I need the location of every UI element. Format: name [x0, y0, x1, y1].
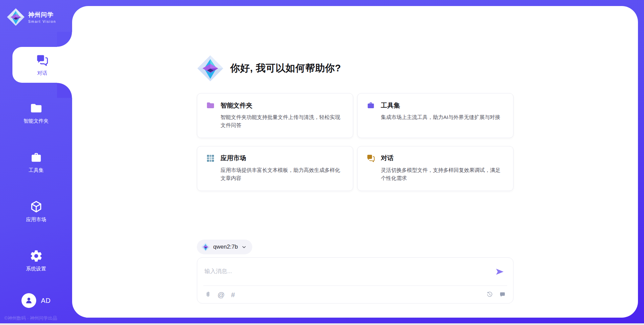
- input-row: [197, 258, 513, 285]
- sidebar-item-settings[interactable]: 系统设置: [0, 244, 72, 277]
- sidebar-footer: ©神州数码 · 神州问学出品: [4, 315, 57, 321]
- card-toolset[interactable]: 工具集 集成市场上主流工具，助力AI与外界无缝扩展与对接: [357, 93, 514, 138]
- toolbox-icon: [366, 101, 375, 110]
- card-header: 智能文件夹: [206, 101, 344, 110]
- brand: 神州问学 Smart Vision: [0, 0, 72, 26]
- card-description: 智能文件夹功能支持批量文件上传与清洗，轻松实现文件问答: [206, 113, 344, 130]
- card-app-market[interactable]: 应用市场 应用市场提供丰富长文本模板，助力高效生成多样化文章内容: [197, 146, 353, 191]
- main-panel: 你好, 我可以如何帮助你? 智能文件夹 智能文件夹功能支持批量文件上传与清洗，轻…: [72, 6, 638, 318]
- sidebar-item-label: 工具集: [29, 167, 44, 174]
- folder-icon: [30, 102, 43, 115]
- chevron-down-icon: [241, 244, 247, 250]
- brand-text: 神州问学 Smart Vision: [28, 11, 56, 23]
- card-smart-folder[interactable]: 智能文件夹 智能文件夹功能支持批量文件上传与清洗，轻松实现文件问答: [197, 93, 353, 138]
- card-description: 应用市场提供丰富长文本模板，助力高效生成多样化文章内容: [206, 166, 344, 183]
- history-icon: [486, 291, 493, 298]
- card-title: 对话: [381, 154, 394, 162]
- sidebar-item-label: 应用市场: [26, 216, 46, 223]
- toolbox-icon: [30, 151, 43, 164]
- brand-subtitle: Smart Vision: [28, 19, 56, 23]
- user-name: AD: [41, 297, 51, 305]
- brand-logo-icon: [7, 8, 25, 26]
- card-description: 灵活切换多模型文件，支持多样回复效果调试，满足个性化需求: [366, 166, 504, 183]
- chat-bubble-icon: [499, 291, 506, 298]
- brand-name: 神州问学: [28, 11, 56, 19]
- composer: qwen2:7b @ #: [197, 240, 514, 304]
- mention-button[interactable]: @: [218, 291, 225, 298]
- avatar: [21, 293, 36, 308]
- message-input-box: @ #: [197, 257, 514, 304]
- hero: 你好, 我可以如何帮助你?: [197, 55, 514, 82]
- greeting-title: 你好, 我可以如何帮助你?: [230, 62, 341, 75]
- card-header: 对话: [366, 154, 504, 163]
- user-profile[interactable]: AD: [0, 293, 72, 308]
- gear-icon: [30, 249, 43, 263]
- card-header: 工具集: [366, 101, 504, 110]
- history-button[interactable]: [486, 291, 493, 298]
- model-name: qwen2:7b: [213, 244, 238, 250]
- screen-edge-strip: [0, 323, 644, 325]
- send-button[interactable]: [495, 267, 504, 276]
- feature-cards: 智能文件夹 智能文件夹功能支持批量文件上传与清洗，轻松实现文件问答 工具集 集成…: [197, 93, 514, 191]
- attach-button[interactable]: [205, 291, 211, 298]
- folder-icon: [206, 101, 215, 110]
- toolbar-right: [486, 291, 506, 298]
- card-title: 应用市场: [221, 154, 246, 162]
- hero-logo-icon: [197, 55, 224, 82]
- message-input[interactable]: [205, 262, 490, 282]
- chat-icon: [36, 54, 49, 67]
- model-logo-icon: [201, 243, 210, 251]
- sidebar-item-app-market[interactable]: 应用市场: [0, 195, 72, 228]
- hash-button[interactable]: #: [231, 291, 235, 298]
- send-icon: [495, 267, 504, 276]
- card-title: 智能文件夹: [221, 101, 253, 110]
- sidebar: 神州问学 Smart Vision 对话 智能文件夹 工具集 应用市场 系统设置: [0, 0, 72, 325]
- sidebar-item-label: 系统设置: [26, 266, 46, 272]
- cube-icon: [30, 200, 43, 213]
- person-icon: [24, 296, 33, 305]
- toolbar-left: @ #: [205, 291, 235, 298]
- card-description: 集成市场上主流工具，助力AI与外界无缝扩展与对接: [366, 113, 504, 121]
- card-chat[interactable]: 对话 灵活切换多模型文件，支持多样回复效果调试，满足个性化需求: [357, 146, 514, 191]
- grid-icon: [206, 154, 215, 163]
- card-header: 应用市场: [206, 154, 344, 163]
- sidebar-item-toolset[interactable]: 工具集: [0, 145, 72, 179]
- card-title: 工具集: [381, 101, 400, 110]
- paperclip-icon: [205, 291, 211, 298]
- chat-icon: [366, 154, 375, 163]
- sidebar-nav: 对话 智能文件夹 工具集 应用市场 系统设置: [0, 47, 72, 277]
- sidebar-item-smart-folder[interactable]: 智能文件夹: [0, 96, 72, 130]
- sidebar-item-label: 智能文件夹: [23, 118, 49, 124]
- input-toolbar: @ #: [197, 286, 513, 303]
- sidebar-item-label: 对话: [37, 70, 47, 76]
- model-selector[interactable]: qwen2:7b: [197, 240, 253, 254]
- sidebar-item-chat[interactable]: 对话: [12, 47, 72, 83]
- quick-chat-button[interactable]: [499, 291, 506, 298]
